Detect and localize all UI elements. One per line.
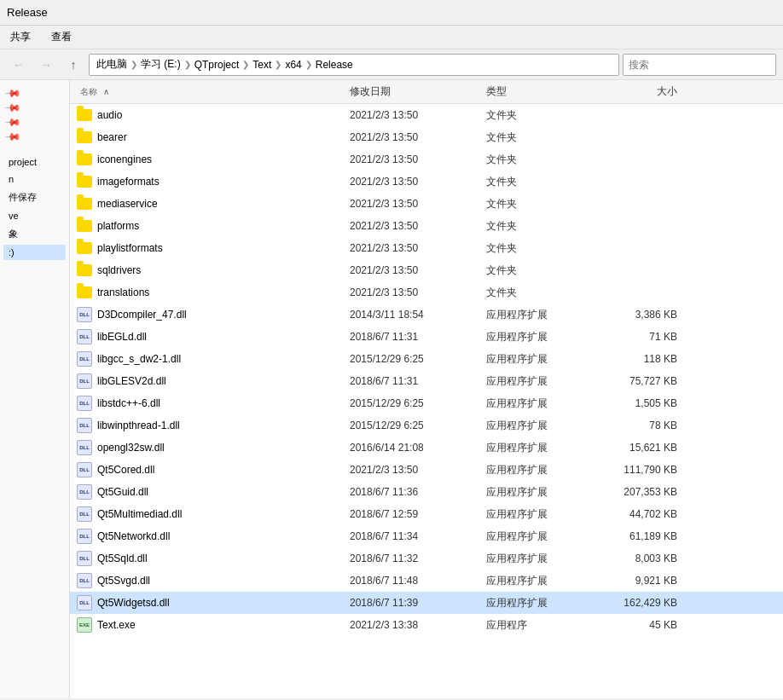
file-name: Qt5Cored.dll <box>97 464 350 476</box>
file-icon: DLL <box>77 529 92 544</box>
folder-date: 2021/2/3 13:50 <box>350 131 486 143</box>
menu-bar: 共享 查看 <box>0 26 783 49</box>
sidebar-item-project[interactable]: project <box>3 154 66 170</box>
folder-row[interactable]: bearer 2021/2/3 13:50 文件夹 <box>70 126 783 148</box>
sidebar-item-selected[interactable]: :) <box>3 245 66 260</box>
file-date: 2018/6/7 11:48 <box>350 575 486 587</box>
folder-date: 2021/2/3 13:50 <box>350 176 486 188</box>
folder-type: 文件夹 <box>486 286 606 300</box>
file-row[interactable]: DLL libwinpthread-1.dll 2015/12/29 6:25 … <box>70 414 783 437</box>
folder-row[interactable]: playlistformats 2021/2/3 13:50 文件夹 <box>70 237 783 259</box>
folder-date: 2021/2/3 13:50 <box>350 286 486 298</box>
file-icon: DLL <box>77 484 92 500</box>
address-bar[interactable]: 此电脑 ❯ 学习 (E:) ❯ QTproject ❯ Text ❯ x64 ❯… <box>89 54 619 76</box>
file-icon: DLL <box>77 307 92 322</box>
file-icon: DLL <box>77 551 92 566</box>
breadcrumb-release[interactable]: Release <box>316 59 353 71</box>
breadcrumb-x64[interactable]: x64 <box>285 59 301 71</box>
folder-date: 2021/2/3 13:50 <box>350 264 486 276</box>
breadcrumb-project[interactable]: QTproject <box>194 59 240 71</box>
file-date: 2018/6/7 11:31 <box>350 375 486 387</box>
pin-icon-4[interactable]: 📌 <box>4 128 22 146</box>
file-date: 2018/6/7 11:32 <box>350 552 486 564</box>
file-size: 118 KB <box>606 353 691 365</box>
col-header-type[interactable]: 类型 <box>486 84 606 99</box>
breadcrumb-drive[interactable]: 学习 (E:) <box>141 57 181 72</box>
file-date: 2018/6/7 11:34 <box>350 530 486 542</box>
file-name: D3Dcompiler_47.dll <box>97 309 350 321</box>
folder-icon <box>77 285 92 300</box>
folder-row[interactable]: translations 2021/2/3 13:50 文件夹 <box>70 281 783 304</box>
menu-view[interactable]: 查看 <box>48 28 75 46</box>
file-row[interactable]: DLL Qt5Svgd.dll 2018/6/7 11:48 应用程序扩展 9,… <box>70 570 783 592</box>
sidebar-item-n[interactable]: n <box>3 171 66 187</box>
file-date: 2015/12/29 6:25 <box>350 353 486 365</box>
folder-row[interactable]: mediaservice 2021/2/3 13:50 文件夹 <box>70 193 783 215</box>
sidebar-item-filesave[interactable]: 件保存 <box>3 188 66 206</box>
main-layout: 📌 📌 📌 📌 project n 件保存 ve 象 :) 名称 ∧ 修改日期 … <box>0 80 783 698</box>
folder-row[interactable]: imageformats 2021/2/3 13:50 文件夹 <box>70 171 783 193</box>
folder-date: 2021/2/3 13:50 <box>350 220 486 232</box>
file-row[interactable]: DLL Qt5Guid.dll 2018/6/7 11:36 应用程序扩展 20… <box>70 481 783 503</box>
file-name: opengl32sw.dll <box>97 442 350 454</box>
folder-row[interactable]: sqldrivers 2021/2/3 13:50 文件夹 <box>70 259 783 281</box>
sort-icon: ∧ <box>103 87 109 96</box>
folder-type: 文件夹 <box>486 241 606 256</box>
file-size: 15,621 KB <box>606 442 691 454</box>
file-date: 2015/12/29 6:25 <box>350 419 486 431</box>
search-input[interactable] <box>623 54 776 76</box>
folder-row[interactable]: audio 2021/2/3 13:50 文件夹 <box>70 104 783 126</box>
file-row[interactable]: DLL libstdc++-6.dll 2015/12/29 6:25 应用程序… <box>70 392 783 414</box>
file-row[interactable]: DLL D3Dcompiler_47.dll 2014/3/11 18:54 应… <box>70 304 783 326</box>
file-row[interactable]: DLL Qt5Sqld.dll 2018/6/7 11:32 应用程序扩展 8,… <box>70 547 783 570</box>
folder-name: mediaservice <box>97 198 350 210</box>
file-date: 2018/6/7 11:36 <box>350 486 486 498</box>
folder-date: 2021/2/3 13:50 <box>350 242 486 254</box>
file-row[interactable]: DLL Qt5Widgetsd.dll 2018/6/7 11:39 应用程序扩… <box>70 592 783 614</box>
file-row[interactable]: DLL libEGLd.dll 2018/6/7 11:31 应用程序扩展 71… <box>70 326 783 348</box>
menu-share[interactable]: 共享 <box>7 28 34 46</box>
col-header-name[interactable]: 名称 ∧ <box>77 85 350 98</box>
folder-name: playlistformats <box>97 242 350 254</box>
file-date: 2016/6/14 21:08 <box>350 442 486 454</box>
back-button[interactable]: ← <box>7 53 31 77</box>
file-name: libwinpthread-1.dll <box>97 419 350 431</box>
file-name: libGLESV2d.dll <box>97 375 350 387</box>
file-size: 71 KB <box>606 331 691 343</box>
file-type: 应用程序扩展 <box>486 396 606 411</box>
sidebar-item-xiang[interactable]: 象 <box>3 225 66 243</box>
col-header-size[interactable]: 大小 <box>606 84 691 99</box>
breadcrumb-text[interactable]: Text <box>252 59 271 71</box>
file-size: 162,429 KB <box>606 597 691 609</box>
file-area[interactable]: 名称 ∧ 修改日期 类型 大小 audio 2021/2/3 13:50 文件夹… <box>70 80 783 698</box>
col-header-date[interactable]: 修改日期 <box>350 84 486 99</box>
file-icon: DLL <box>77 595 92 610</box>
folder-type: 文件夹 <box>486 263 606 278</box>
folder-name: imageformats <box>97 176 350 188</box>
file-row[interactable]: DLL Qt5Cored.dll 2021/2/3 13:50 应用程序扩展 1… <box>70 459 783 481</box>
file-row[interactable]: DLL libGLESV2d.dll 2018/6/7 11:31 应用程序扩展… <box>70 370 783 392</box>
file-row[interactable]: DLL Qt5Networkd.dll 2018/6/7 11:34 应用程序扩… <box>70 525 783 547</box>
forward-button[interactable]: → <box>34 53 58 77</box>
folder-icon <box>77 174 92 189</box>
folder-row[interactable]: iconengines 2021/2/3 13:50 文件夹 <box>70 148 783 171</box>
file-date: 2015/12/29 6:25 <box>350 397 486 409</box>
file-row[interactable]: DLL Qt5Multimediad.dll 2018/6/7 12:59 应用… <box>70 503 783 525</box>
file-date: 2018/6/7 12:59 <box>350 508 486 520</box>
sidebar-item-ve[interactable]: ve <box>3 208 66 223</box>
up-button[interactable]: ↑ <box>61 53 85 77</box>
sidebar: 📌 📌 📌 📌 project n 件保存 ve 象 :) <box>0 80 70 698</box>
file-row[interactable]: EXE Text.exe 2021/2/3 13:38 应用程序 45 KB <box>70 614 783 636</box>
file-row[interactable]: DLL libgcc_s_dw2-1.dll 2015/12/29 6:25 应… <box>70 348 783 370</box>
file-size: 75,727 KB <box>606 375 691 387</box>
file-row[interactable]: DLL opengl32sw.dll 2016/6/14 21:08 应用程序扩… <box>70 437 783 459</box>
file-type: 应用程序扩展 <box>486 574 606 588</box>
file-icon: DLL <box>77 506 92 522</box>
file-icon: EXE <box>77 617 92 633</box>
breadcrumb-computer[interactable]: 此电脑 <box>96 57 127 72</box>
file-type: 应用程序扩展 <box>486 308 606 322</box>
folder-name: bearer <box>97 131 350 143</box>
file-name: Qt5Sqld.dll <box>97 552 350 564</box>
folder-name: sqldrivers <box>97 264 350 276</box>
folder-row[interactable]: platforms 2021/2/3 13:50 文件夹 <box>70 215 783 237</box>
